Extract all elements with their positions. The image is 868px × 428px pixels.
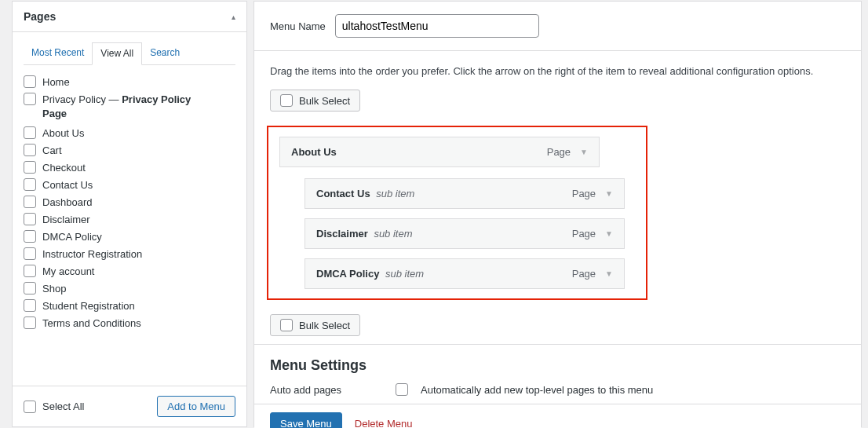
setting-auto-add-pages: Auto add pages Automatically add new top… — [270, 383, 845, 396]
menu-item-meta: Page ▼ — [572, 228, 613, 240]
menu-name-input[interactable] — [335, 14, 539, 38]
page-label: Disclaimer — [42, 214, 90, 225]
menu-item-disclaimer[interactable]: Disclaimer sub item Page ▼ — [305, 218, 625, 249]
menu-item-name: Contact Us sub item — [316, 188, 414, 199]
checkbox-label: Automatically add new top-level pages to… — [421, 384, 653, 396]
page-label-suffix: Privacy Policy — [122, 93, 191, 105]
page-label: Cart — [42, 144, 62, 156]
menu-item-dmca-policy[interactable]: DMCA Policy sub item Page ▼ — [305, 258, 625, 289]
list-item: Terms and Conditions — [24, 314, 235, 331]
checkbox[interactable] — [24, 161, 36, 174]
checkbox[interactable] — [24, 144, 36, 156]
select-all-control[interactable]: Select All — [24, 401, 84, 413]
tab-search[interactable]: Search — [142, 42, 188, 65]
tab-most-recent[interactable]: Most Recent — [24, 42, 92, 65]
bulk-select-label: Bulk Select — [299, 320, 350, 331]
delete-menu-link[interactable]: Delete Menu — [355, 418, 413, 428]
menu-item-name: Disclaimer sub item — [316, 228, 413, 240]
save-menu-button[interactable]: Save Menu — [270, 412, 342, 428]
menu-item-meta: Page ▼ — [572, 268, 613, 280]
pages-list: Home Privacy Policy — Privacy Policy Pag… — [24, 73, 235, 375]
chevron-down-icon[interactable]: ▼ — [605, 269, 613, 278]
chevron-down-icon[interactable]: ▼ — [605, 189, 613, 198]
checkbox[interactable] — [24, 230, 36, 243]
sub-item-tag: sub item — [374, 228, 412, 240]
add-to-menu-button[interactable]: Add to Menu — [157, 396, 235, 417]
page-label: Home — [42, 76, 70, 88]
checkbox[interactable] — [24, 126, 36, 139]
checkbox[interactable] — [24, 265, 36, 277]
checkbox[interactable] — [24, 401, 36, 413]
chevron-down-icon[interactable]: ▼ — [605, 229, 613, 238]
bulk-select-button-bottom[interactable]: Bulk Select — [270, 314, 360, 336]
page-label-sep: — — [106, 93, 122, 105]
pages-tabs: Most Recent View All Search — [24, 42, 235, 65]
menu-name-row: Menu Name — [254, 2, 861, 51]
list-item: Disclaimer — [24, 210, 235, 228]
list-item: Shop — [24, 280, 235, 297]
pages-metabox: Pages ▴ Most Recent View All Search Home… — [12, 1, 247, 427]
page-label-main: Privacy Policy — [42, 93, 106, 105]
menu-name-label: Menu Name — [270, 20, 326, 32]
checkbox[interactable] — [24, 282, 36, 294]
menu-item-name-text: Disclaimer — [316, 228, 368, 240]
sub-item-tag: sub item — [385, 268, 424, 280]
menu-item-contact-us[interactable]: Contact Us sub item Page ▼ — [305, 178, 625, 209]
checkbox[interactable] — [396, 383, 408, 396]
list-item: Cart — [24, 141, 235, 159]
pages-panel-header[interactable]: Pages ▴ — [13, 2, 246, 32]
checkbox[interactable] — [24, 196, 36, 208]
chevron-down-icon[interactable]: ▼ — [580, 148, 588, 156]
tab-view-all[interactable]: View All — [92, 42, 142, 65]
checkbox[interactable] — [24, 247, 36, 260]
page-label: DMCA Policy — [42, 231, 102, 243]
menu-content: Drag the items into the order you prefer… — [254, 51, 861, 344]
page-label: Contact Us — [42, 179, 93, 191]
list-item: About Us — [24, 124, 235, 141]
menu-item-name-text: DMCA Policy — [316, 268, 379, 280]
menu-settings-heading: Menu Settings — [270, 357, 845, 374]
drag-hint-text: Drag the items into the order you prefer… — [270, 65, 845, 77]
checkbox[interactable] — [24, 316, 36, 329]
page-label: Privacy Policy — Privacy Policy — [42, 93, 191, 105]
page-label-suffix-line2: Page — [42, 108, 235, 119]
page-label: Terms and Conditions — [42, 317, 141, 329]
menu-item-meta: Page ▼ — [572, 188, 613, 199]
setting-label: Auto add pages — [270, 384, 396, 396]
select-all-label: Select All — [42, 401, 84, 412]
checkbox[interactable] — [24, 213, 36, 225]
page-label: Shop — [42, 283, 66, 294]
menu-editor: Menu Name Drag the items into the order … — [253, 1, 862, 427]
auto-add-checkbox-control[interactable]: Automatically add new top-level pages to… — [396, 383, 653, 396]
page-label: My account — [42, 265, 94, 277]
checkbox[interactable] — [280, 94, 293, 107]
list-item: My account — [24, 262, 235, 280]
menu-item-type: Page — [572, 228, 596, 240]
menu-item-name-text: Contact Us — [316, 188, 370, 199]
checkbox[interactable] — [24, 93, 36, 105]
menu-item-meta: Page ▼ — [547, 146, 588, 158]
page-label: Student Registration — [42, 300, 135, 312]
checkbox[interactable] — [24, 178, 36, 191]
menu-item-type: Page — [572, 268, 596, 280]
pages-panel-footer: Select All Add to Menu — [13, 386, 246, 426]
list-item: Student Registration — [24, 297, 235, 314]
sub-item-tag: sub item — [376, 188, 414, 199]
menu-item-about-us[interactable]: About Us Page ▼ — [279, 137, 600, 167]
menu-item-name: DMCA Policy sub item — [316, 268, 424, 280]
menu-item-type: Page — [572, 188, 596, 199]
checkbox[interactable] — [280, 319, 293, 331]
menu-item-name: About Us — [291, 146, 337, 158]
bulk-select-button-top[interactable]: Bulk Select — [270, 90, 360, 112]
page-label: Checkout — [42, 162, 86, 174]
list-item: Contact Us — [24, 176, 235, 193]
list-item: Privacy Policy — Privacy Policy — [24, 90, 235, 108]
checkbox[interactable] — [24, 75, 36, 88]
checkbox[interactable] — [24, 299, 36, 312]
list-item: Dashboard — [24, 193, 235, 210]
menu-item-type: Page — [547, 146, 571, 158]
list-item: Instructor Registration — [24, 245, 235, 262]
menu-settings-section: Menu Settings Auto add pages Automatical… — [254, 344, 861, 404]
menu-items-highlighted: About Us Page ▼ Contact Us sub item Page… — [267, 126, 647, 300]
menu-bottom-bar: Save Menu Delete Menu — [254, 404, 861, 428]
